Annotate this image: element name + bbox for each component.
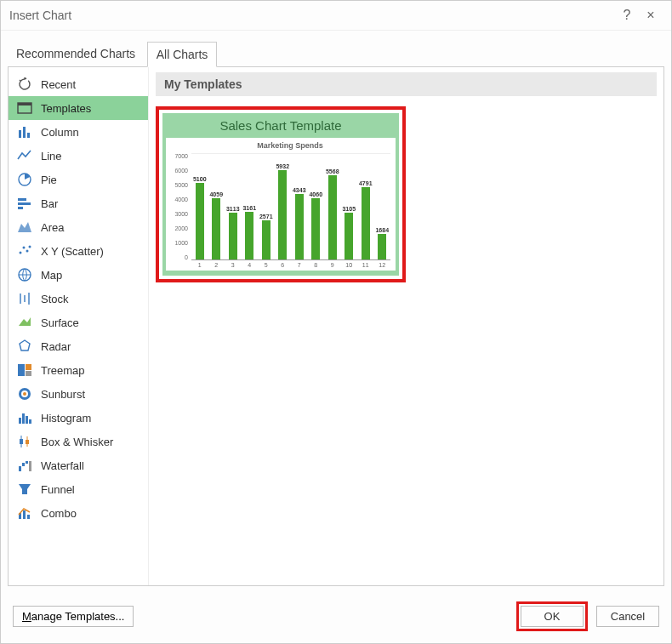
- sidebar-item-scatter[interactable]: X Y (Scatter): [9, 239, 148, 263]
- svg-rect-21: [26, 371, 31, 376]
- pie-icon: [15, 172, 34, 187]
- area-icon: [15, 219, 34, 235]
- sidebar-item-stock[interactable]: Stock: [9, 287, 148, 311]
- template-thumbnail-highlight: Sales Chart Template Marketing Spends 70…: [156, 106, 406, 282]
- chart-y-axis: 70006000500040003000200010000: [168, 153, 188, 260]
- sidebar-item-radar[interactable]: Radar: [9, 334, 148, 358]
- svg-rect-26: [22, 413, 25, 424]
- chart-subtitle: Marketing Spends: [188, 141, 392, 150]
- ok-button-highlight: OK: [516, 601, 588, 631]
- sidebar-item-bar[interactable]: Bar: [9, 191, 148, 215]
- radar-icon: [15, 339, 34, 354]
- svg-rect-8: [18, 207, 23, 209]
- sidebar-item-templates[interactable]: Templates: [9, 96, 148, 120]
- sidebar-item-histogram[interactable]: Histogram: [9, 406, 148, 430]
- insert-chart-dialog: Insert Chart ? × Recommended Charts All …: [0, 0, 672, 644]
- ok-button[interactable]: OK: [521, 606, 584, 627]
- section-header: My Templates: [156, 72, 657, 96]
- sidebar-item-waterfall[interactable]: Waterfall: [9, 453, 148, 477]
- svg-rect-6: [18, 198, 26, 201]
- bar-icon: [15, 196, 34, 211]
- svg-rect-39: [23, 510, 26, 519]
- svg-point-24: [23, 392, 26, 396]
- sidebar-item-label: Line: [41, 150, 62, 162]
- recent-icon: [15, 77, 34, 92]
- svg-rect-20: [26, 364, 31, 370]
- sidebar-item-label: Waterfall: [41, 459, 84, 472]
- tab-strip: Recommended Charts All Charts: [1, 31, 671, 66]
- cancel-button[interactable]: Cancel: [596, 606, 659, 627]
- sidebar-item-map[interactable]: Map: [9, 263, 148, 287]
- svg-point-13: [29, 246, 31, 248]
- sidebar-item-column[interactable]: Column: [9, 120, 148, 144]
- sidebar-item-label: Map: [41, 269, 62, 282]
- dialog-title: Insert Chart: [9, 9, 615, 22]
- sidebar-item-label: X Y (Scatter): [41, 245, 104, 258]
- histogram-icon: [15, 410, 34, 425]
- sidebar-item-pie[interactable]: Pie: [9, 168, 148, 191]
- svg-point-10: [20, 252, 22, 254]
- combo-icon: [15, 505, 34, 521]
- sidebar-item-recent[interactable]: Recent: [9, 72, 148, 96]
- sidebar-item-label: Surface: [41, 316, 79, 329]
- tab-recommended-charts[interactable]: Recommended Charts: [8, 42, 144, 66]
- treemap-icon: [15, 362, 34, 378]
- sidebar-item-combo[interactable]: Combo: [9, 501, 148, 525]
- sidebar-item-label: Treemap: [41, 364, 85, 377]
- sidebar-item-funnel[interactable]: Funnel: [9, 477, 148, 501]
- templates-icon: [15, 100, 34, 116]
- svg-rect-27: [26, 416, 28, 424]
- svg-rect-25: [19, 418, 21, 424]
- help-button[interactable]: ?: [615, 8, 639, 23]
- svg-rect-28: [29, 419, 31, 424]
- sidebar-item-box-whisker[interactable]: Box & Whisker: [9, 430, 148, 453]
- svg-rect-7: [18, 202, 31, 205]
- svg-rect-34: [22, 463, 25, 466]
- sidebar-item-label: Combo: [41, 507, 77, 520]
- sidebar-item-label: Stock: [41, 293, 69, 305]
- box-whisker-icon: [15, 434, 34, 449]
- sidebar-item-treemap[interactable]: Treemap: [9, 358, 148, 382]
- waterfall-icon: [15, 458, 34, 473]
- map-icon: [15, 267, 34, 282]
- svg-rect-2: [19, 130, 21, 138]
- sidebar-item-sunburst[interactable]: Sunburst: [9, 382, 148, 406]
- svg-point-11: [23, 247, 26, 249]
- sidebar-item-label: Box & Whisker: [41, 436, 113, 448]
- svg-marker-18: [20, 340, 30, 350]
- svg-rect-19: [18, 364, 25, 376]
- sidebar-item-line[interactable]: Line: [9, 144, 148, 168]
- svg-point-12: [26, 250, 29, 253]
- sidebar-item-label: Bar: [41, 197, 58, 210]
- dialog-footer: MManage Templates...anage Templates... O…: [1, 593, 671, 643]
- manage-templates-button[interactable]: MManage Templates...anage Templates...: [13, 606, 134, 627]
- sidebar-item-label: Templates: [41, 102, 91, 115]
- svg-rect-36: [29, 461, 31, 471]
- svg-rect-33: [19, 466, 21, 471]
- sidebar-item-surface[interactable]: Surface: [9, 311, 148, 334]
- tab-all-charts[interactable]: All Charts: [147, 42, 218, 67]
- svg-rect-1: [18, 103, 31, 105]
- chart-type-sidebar: Recent Templates Column Line Pie Bar: [9, 67, 149, 585]
- sidebar-item-label: Pie: [41, 174, 57, 186]
- sidebar-item-label: Funnel: [41, 483, 75, 496]
- sidebar-item-label: Sunburst: [41, 388, 85, 401]
- template-thumbnail[interactable]: Sales Chart Template Marketing Spends 70…: [162, 113, 399, 276]
- scatter-icon: [15, 243, 34, 259]
- sidebar-item-label: Radar: [41, 340, 71, 353]
- chart-bars: 5100140592311333161425715593264343740608…: [191, 153, 390, 260]
- svg-rect-35: [26, 461, 28, 464]
- sidebar-item-area[interactable]: Area: [9, 215, 148, 239]
- funnel-icon: [15, 482, 34, 497]
- svg-marker-37: [19, 484, 31, 494]
- sunburst-icon: [15, 386, 34, 402]
- svg-rect-3: [23, 127, 26, 138]
- sidebar-item-label: Histogram: [41, 412, 91, 425]
- sidebar-item-label: Area: [41, 221, 64, 234]
- titlebar: Insert Chart ? ×: [1, 1, 671, 31]
- main-pane: My Templates Sales Chart Template Market…: [149, 67, 663, 585]
- sidebar-item-label: Column: [41, 126, 79, 139]
- close-button[interactable]: ×: [639, 8, 663, 23]
- column-icon: [15, 124, 34, 140]
- tab-content: Recent Templates Column Line Pie Bar: [8, 66, 664, 586]
